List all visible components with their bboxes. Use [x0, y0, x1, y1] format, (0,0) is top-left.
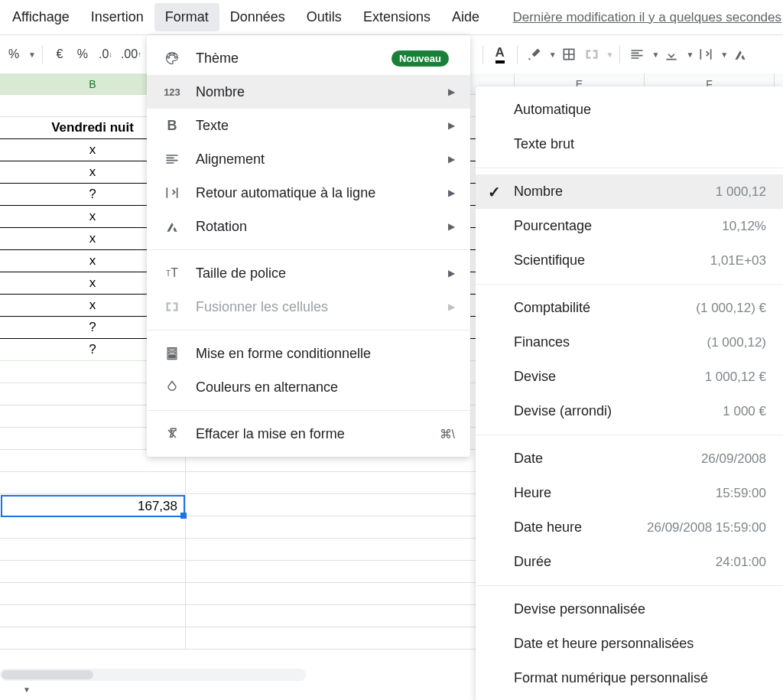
toolbar-wrap[interactable]: [695, 43, 716, 66]
num-automatique[interactable]: Automatique: [476, 93, 783, 127]
cell[interactable]: [0, 627, 186, 649]
num-texte-brut[interactable]: Texte brut: [476, 127, 783, 161]
selected-cell-value: 167,38: [138, 499, 177, 514]
cell[interactable]: [0, 561, 186, 582]
num-heure[interactable]: Heure15:59:00: [476, 476, 783, 510]
toolbar-euro[interactable]: €: [49, 43, 70, 66]
menu-item-label: Mise en forme conditionnelle: [196, 346, 455, 362]
align-left-icon: [629, 47, 645, 62]
toolbar-valign[interactable]: [661, 43, 682, 66]
caret-icon: ▼: [549, 50, 557, 59]
last-edit-link[interactable]: Dernière modification il y a quelques se…: [512, 10, 781, 25]
toolbar-increase-decimal[interactable]: .00↑: [118, 43, 145, 66]
menu-item-label: Taille de police: [196, 265, 448, 282]
submenu-arrow-icon: ▶: [448, 120, 455, 131]
toolbar-rotation[interactable]: [729, 43, 751, 66]
menu-donnees[interactable]: Données: [219, 3, 296, 31]
toolbar-fill-color[interactable]: [524, 43, 545, 66]
num-devise-perso[interactable]: Devise personnalisée: [476, 592, 783, 627]
submenu-arrow-icon: ▶: [448, 187, 455, 198]
menu-separator: [476, 284, 783, 285]
caret-icon: ▼: [606, 50, 614, 59]
altcolors-icon: [162, 377, 182, 397]
caret-icon: ▼: [651, 50, 659, 59]
text-wrap-icon: [698, 47, 713, 62]
num-date-heure-perso[interactable]: Date et heure personnalisées: [476, 627, 783, 661]
num-pourcentage[interactable]: Pourcentage10,12%: [476, 209, 783, 243]
svg-rect-0: [169, 356, 175, 358]
fill-handle[interactable]: [180, 513, 187, 519]
palette-icon: [162, 48, 182, 68]
menu-taille-police[interactable]: TT Taille de police ▶: [147, 256, 470, 290]
merge-icon: [162, 297, 182, 317]
num-devise[interactable]: Devise1 000,12 €: [476, 360, 783, 394]
menu-item-label: Effacer la mise en forme: [196, 426, 440, 442]
num-nombre[interactable]: ✓Nombre1 000,12: [476, 174, 783, 209]
selected-cell[interactable]: 167,38: [1, 495, 185, 517]
menu-nombre[interactable]: 123 Nombre ▶: [147, 75, 470, 109]
toolbar-percent[interactable]: %: [3, 43, 24, 66]
caret-icon: ▼: [720, 50, 728, 59]
clear-format-icon: [162, 424, 182, 444]
toolbar-decrease-decimal[interactable]: .0↓: [95, 43, 116, 66]
menu-rotation[interactable]: Rotation ▶: [147, 210, 470, 243]
menu-format[interactable]: Format: [154, 3, 219, 31]
format-dropdown-menu: Thème Nouveau 123 Nombre ▶ B Texte ▶ Ali…: [147, 35, 470, 457]
menu-extensions[interactable]: Extensions: [353, 3, 441, 31]
menu-separator: [476, 168, 783, 168]
menu-item-label: Nombre: [196, 84, 448, 100]
menu-item-label: Retour automatique à la ligne: [196, 185, 448, 201]
cell[interactable]: [0, 583, 186, 604]
num-date[interactable]: Date26/09/2008: [476, 441, 783, 476]
menu-separator: [147, 410, 470, 411]
menu-texte[interactable]: B Texte ▶: [147, 109, 470, 142]
menu-item-label: Texte: [196, 118, 448, 134]
cell[interactable]: [0, 516, 186, 538]
bold-icon: B: [162, 116, 182, 135]
num-date-heure[interactable]: Date heure26/09/2008 15:59:00: [476, 510, 783, 545]
cell[interactable]: [0, 539, 186, 560]
menu-separator: [476, 435, 783, 435]
toolbar-merge[interactable]: [581, 43, 603, 66]
borders-icon: [561, 47, 577, 62]
caret-icon: ▼: [686, 50, 694, 59]
toolbar-halign[interactable]: [626, 43, 648, 66]
menu-insertion[interactable]: Insertion: [80, 3, 154, 31]
menu-aide[interactable]: Aide: [441, 3, 490, 31]
menu-alignement[interactable]: Alignement ▶: [147, 142, 470, 176]
toolbar-borders[interactable]: [558, 43, 580, 66]
align-icon: [162, 149, 182, 169]
number-icon: 123: [162, 82, 182, 102]
num-duree[interactable]: Durée24:01:00: [476, 545, 783, 579]
check-icon: ✓: [488, 183, 501, 201]
submenu-arrow-icon: ▶: [448, 221, 455, 232]
sheet-tab-dropdown[interactable]: ▼: [8, 685, 46, 694]
rotation-icon: [733, 47, 748, 62]
fill-color-icon: [527, 47, 542, 62]
cell[interactable]: [0, 605, 186, 627]
num-format-perso[interactable]: Format numérique personnalisé: [476, 661, 783, 695]
menu-retour-ligne[interactable]: Retour automatique à la ligne ▶: [147, 176, 470, 210]
menu-item-label: Couleurs en alternance: [196, 379, 455, 396]
menu-outils[interactable]: Outils: [296, 3, 353, 31]
menu-separator: [476, 585, 783, 586]
submenu-arrow-icon: ▶: [448, 154, 455, 164]
num-finances[interactable]: Finances(1 000,12): [476, 325, 783, 360]
menu-item-label: Rotation: [196, 219, 448, 235]
menu-effacer-forme[interactable]: Effacer la mise en forme ⌘\: [147, 417, 470, 451]
cell[interactable]: [0, 472, 186, 493]
num-devise-arrondi[interactable]: Devise (arrondi)1 000 €: [476, 394, 783, 428]
condformat-icon: [162, 343, 182, 363]
toolbar-text-color[interactable]: A: [489, 43, 511, 66]
submenu-arrow-icon: ▶: [448, 86, 455, 97]
valign-bottom-icon: [664, 47, 679, 62]
menu-mise-forme-cond[interactable]: Mise en forme conditionnelle: [147, 337, 470, 370]
menu-couleurs-alternance[interactable]: Couleurs en alternance: [147, 370, 470, 404]
num-scientifique[interactable]: Scientifique1,01E+03: [476, 243, 783, 278]
num-comptabilite[interactable]: Comptabilité(1 000,12) €: [476, 291, 783, 325]
menu-shortcut: ⌘\: [440, 427, 455, 441]
toolbar-percent2[interactable]: %: [72, 43, 93, 66]
menu-theme[interactable]: Thème Nouveau: [147, 41, 470, 75]
menu-item-label: Alignement: [196, 151, 448, 168]
menu-affichage[interactable]: Affichage: [2, 3, 80, 31]
